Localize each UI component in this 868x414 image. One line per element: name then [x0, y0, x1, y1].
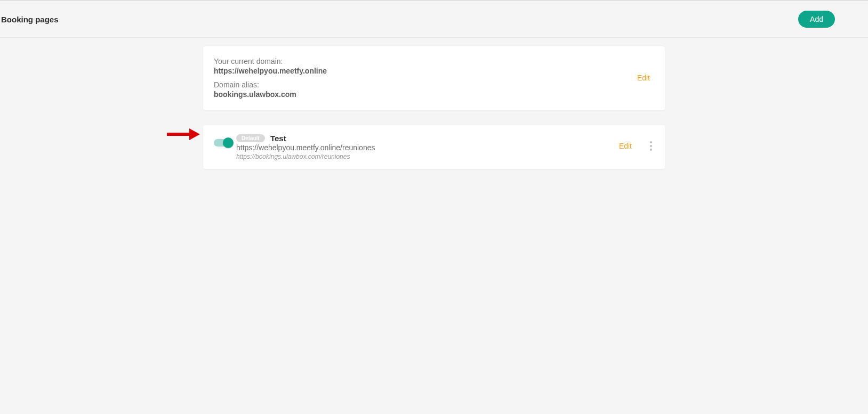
domain-alias-label: Domain alias: — [214, 80, 327, 89]
domain-card: Your current domain: https://wehelpyou.m… — [203, 46, 665, 110]
booking-actions: Edit — [619, 139, 654, 153]
add-button[interactable]: Add — [798, 11, 835, 28]
current-domain-label: Your current domain: — [214, 57, 327, 66]
booking-header-row: Default Test — [236, 134, 619, 143]
edit-booking-link[interactable]: Edit — [619, 142, 632, 150]
default-badge: Default — [236, 134, 265, 142]
content-area: Your current domain: https://wehelpyou.m… — [0, 38, 868, 169]
booking-alias-url: https://bookings.ulawbox.com/reuniones — [236, 153, 619, 160]
domain-alias-value: bookings.ulawbox.com — [214, 90, 327, 99]
edit-domain-link[interactable]: Edit — [637, 74, 650, 82]
arrow-annotation-icon — [166, 126, 203, 142]
more-options-icon[interactable] — [648, 139, 654, 153]
booking-item-card: Default Test https://wehelpyou.meetfy.on… — [203, 125, 665, 169]
booking-title: Test — [270, 134, 286, 143]
booking-enabled-toggle[interactable] — [214, 139, 232, 147]
toggle-wrapper — [214, 139, 232, 147]
domain-info: Your current domain: https://wehelpyou.m… — [214, 57, 327, 99]
svg-marker-1 — [189, 128, 200, 140]
current-domain-value: https://wehelpyou.meetfy.online — [214, 67, 327, 75]
booking-content: Default Test https://wehelpyou.meetfy.on… — [236, 134, 619, 160]
toggle-knob — [223, 137, 234, 148]
booking-url: https://wehelpyou.meetfy.online/reunione… — [236, 143, 619, 152]
page-title: Booking pages — [1, 15, 59, 24]
page-header: Booking pages Add — [0, 0, 868, 38]
